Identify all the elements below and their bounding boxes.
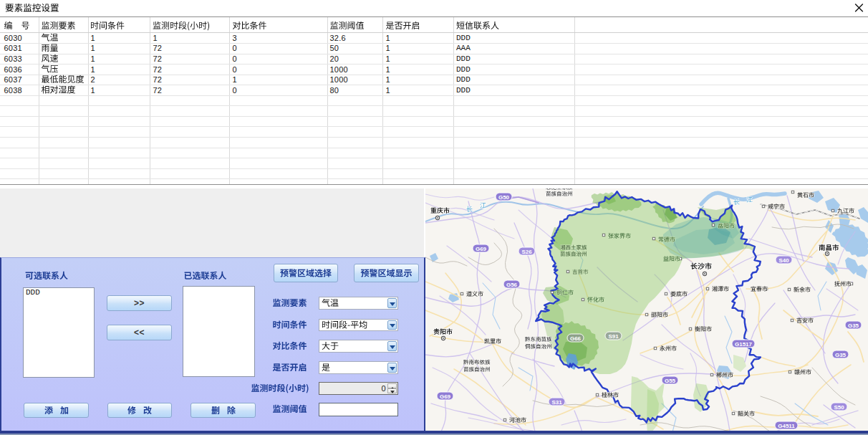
svg-text:G35: G35	[835, 352, 847, 358]
svg-text:G69: G69	[476, 246, 487, 252]
svg-text:S26: S26	[521, 249, 532, 255]
svg-text:G1517: G1517	[735, 341, 753, 348]
svg-text:G66: G66	[570, 335, 582, 342]
svg-text:G35: G35	[848, 322, 859, 329]
svg-text:S91: S91	[608, 333, 619, 340]
svg-text:S40: S40	[778, 257, 789, 264]
svg-text:G4511: G4511	[778, 423, 795, 429]
svg-text:G50: G50	[498, 194, 510, 201]
svg-text:G69: G69	[440, 393, 451, 400]
svg-text:G56: G56	[506, 282, 518, 288]
svg-text:G55: G55	[665, 378, 676, 384]
svg-text:S50: S50	[834, 404, 844, 411]
svg-text:S31: S31	[551, 399, 562, 406]
